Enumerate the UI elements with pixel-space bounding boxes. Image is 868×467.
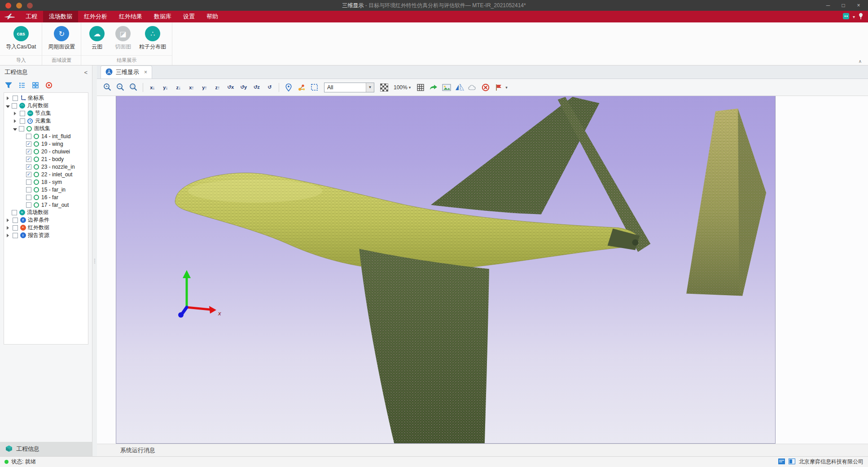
- tree-expander-icon[interactable]: [7, 218, 11, 222]
- tree-item-coordinate-system[interactable]: 坐标系: [4, 94, 88, 102]
- tree-checkbox[interactable]: [13, 225, 18, 231]
- tree-checkbox[interactable]: ✓: [26, 141, 31, 147]
- tree-item-face-21-body[interactable]: ✓21 - body: [4, 155, 88, 163]
- tree-item-face-set[interactable]: 面线集: [4, 125, 88, 132]
- tree-checkbox[interactable]: [20, 111, 25, 116]
- grid-view-icon[interactable]: [31, 81, 39, 89]
- view-z-neg-icon[interactable]: z↓: [172, 81, 184, 93]
- tree-checkbox[interactable]: [26, 195, 31, 200]
- tree-expander-icon[interactable]: [14, 112, 18, 115]
- snapshot-icon[interactable]: [440, 81, 452, 93]
- tree-expander-icon[interactable]: [7, 96, 11, 100]
- ribbon-button-import-cas-dat[interactable]: cas导入Cas/Dat: [3, 22, 39, 51]
- list-view-icon[interactable]: [18, 81, 26, 89]
- window-minimize-button[interactable]: ─: [820, 0, 836, 11]
- tree-checkbox[interactable]: [26, 134, 31, 139]
- rotate-free-icon[interactable]: ↺: [263, 81, 276, 93]
- tree-checkbox[interactable]: [13, 218, 18, 223]
- panel-splitter[interactable]: ⋮: [92, 65, 97, 456]
- tree-checkbox[interactable]: ✓: [26, 157, 31, 162]
- pin-icon[interactable]: [858, 13, 864, 21]
- menu-item-ir-analysis[interactable]: 红外分析: [78, 11, 113, 22]
- status-log-icon[interactable]: [778, 458, 785, 466]
- mesh-grid-icon[interactable]: [414, 81, 426, 93]
- tree-item-face-22-inlet-out[interactable]: ✓22 - inlet_out: [4, 170, 88, 178]
- tree-expander-icon[interactable]: [14, 119, 18, 123]
- tree-item-face-23-nozzle-in[interactable]: ✓23 - nozzle_in: [4, 163, 88, 170]
- tree-item-face-18-sym[interactable]: 18 - sym: [4, 178, 88, 186]
- tree-item-boundary-conditions[interactable]: f边界条件: [4, 216, 88, 224]
- tree-checkbox[interactable]: [12, 103, 17, 109]
- tree-item-face-16-far[interactable]: 16 - far: [4, 193, 88, 201]
- tree-item-geometry-data[interactable]: ◠几何数据: [4, 102, 88, 109]
- tab-3d-display[interactable]: 三维显示 ×: [101, 65, 152, 79]
- menu-item-help[interactable]: 帮助: [201, 11, 224, 22]
- view-x-neg-icon[interactable]: x↓: [146, 81, 158, 93]
- ribbon-collapse-button[interactable]: ∧: [859, 59, 862, 64]
- tree-item-face-19-wing[interactable]: ✓19 - wing: [4, 140, 88, 148]
- tree-item-report-resources[interactable]: i报告资源: [4, 231, 88, 239]
- locate-icon[interactable]: [45, 81, 53, 89]
- tree-checkbox[interactable]: [13, 96, 18, 101]
- status-panel-icon[interactable]: [789, 458, 795, 466]
- view-y-neg-icon[interactable]: y↓: [159, 81, 171, 93]
- view-x-pos-icon[interactable]: x↑: [185, 81, 197, 93]
- tab-close-icon[interactable]: ×: [144, 69, 147, 75]
- tree-checkbox[interactable]: [26, 179, 31, 185]
- zoom-level-combo[interactable]: 100%▾: [391, 84, 413, 91]
- theme-panel-icon[interactable]: [842, 13, 850, 21]
- probe-pin-icon[interactable]: [282, 81, 294, 93]
- menu-item-project[interactable]: 工程: [20, 11, 43, 22]
- menu-dropdown-caret-icon[interactable]: ▾: [853, 14, 855, 19]
- tree-item-flow-field-data[interactable]: ≈流场数据: [4, 209, 88, 216]
- tree-item-element-set[interactable]: 元素集: [4, 117, 88, 125]
- tree-checkbox[interactable]: ✓: [26, 172, 31, 177]
- zoom-fit-icon[interactable]: □: [127, 81, 140, 93]
- tree-expander-icon[interactable]: [7, 234, 11, 237]
- tree-item-face-17-far-out[interactable]: 17 - far_out: [4, 201, 88, 209]
- tree-checkbox[interactable]: [13, 233, 18, 238]
- menu-item-settings[interactable]: 设置: [177, 11, 201, 22]
- menu-item-flow-data[interactable]: 流场数据: [43, 11, 78, 22]
- toolbar-dropdown-caret-icon[interactable]: ▾: [505, 85, 508, 90]
- viewport-3d[interactable]: x: [116, 96, 776, 444]
- view-y-pos-icon[interactable]: y↑: [198, 81, 210, 93]
- rotate-y-icon[interactable]: ↺y: [237, 81, 250, 93]
- titlebar-dot-red[interactable]: [5, 3, 11, 9]
- project-panel-footer[interactable]: 工程信息: [0, 442, 92, 456]
- clear-view-icon[interactable]: [479, 81, 491, 93]
- tree-expander-icon[interactable]: [6, 105, 10, 108]
- tree-expander-icon[interactable]: [13, 128, 17, 131]
- panel-collapse-button[interactable]: <: [84, 69, 88, 76]
- window-maximize-button[interactable]: □: [836, 0, 851, 11]
- tree-checkbox[interactable]: ✓: [26, 149, 31, 154]
- tree-checkbox[interactable]: [12, 210, 17, 215]
- tree-item-face-20-chuiwei[interactable]: ✓20 - chuiwei: [4, 148, 88, 155]
- tree-checkbox[interactable]: [20, 118, 25, 124]
- titlebar-dot-orange[interactable]: [16, 3, 22, 9]
- ribbon-button-periodic-face-setting[interactable]: ↻周期面设置: [45, 22, 78, 51]
- tree-checkbox[interactable]: [26, 187, 31, 192]
- dither-icon[interactable]: [378, 81, 390, 93]
- rotate-z-icon[interactable]: ↺z: [250, 81, 263, 93]
- zoom-in-icon[interactable]: +: [101, 81, 114, 93]
- mirror-icon[interactable]: [453, 81, 465, 93]
- window-close-button[interactable]: ×: [851, 0, 866, 11]
- tree-checkbox[interactable]: [26, 202, 31, 208]
- tree-checkbox[interactable]: [19, 126, 24, 131]
- titlebar-dot-maroon[interactable]: [27, 3, 33, 9]
- ribbon-button-cloud-map[interactable]: ☁云图: [84, 22, 110, 51]
- zoom-out-icon[interactable]: −: [114, 81, 127, 93]
- tree-item-face-14-int-fluid[interactable]: 14 - int_fluid: [4, 132, 88, 140]
- annotation-flag-icon[interactable]: [492, 81, 504, 93]
- ribbon-button-particle-map[interactable]: ∴粒子分布图: [136, 22, 169, 51]
- tree-checkbox[interactable]: ✓: [26, 164, 31, 170]
- display-filter-combo[interactable]: All▼: [324, 83, 374, 92]
- menu-item-database[interactable]: 数据库: [148, 11, 177, 22]
- tree-item-node-set[interactable]: ⋯节点集: [4, 109, 88, 117]
- tree-item-infrared-data[interactable]: *红外数据: [4, 224, 88, 231]
- menu-item-ir-results[interactable]: 红外结果: [113, 11, 148, 22]
- tree-item-face-15-far-in[interactable]: 15 - far_in: [4, 186, 88, 193]
- share-icon[interactable]: [427, 81, 439, 93]
- tree-expander-icon[interactable]: [7, 226, 11, 230]
